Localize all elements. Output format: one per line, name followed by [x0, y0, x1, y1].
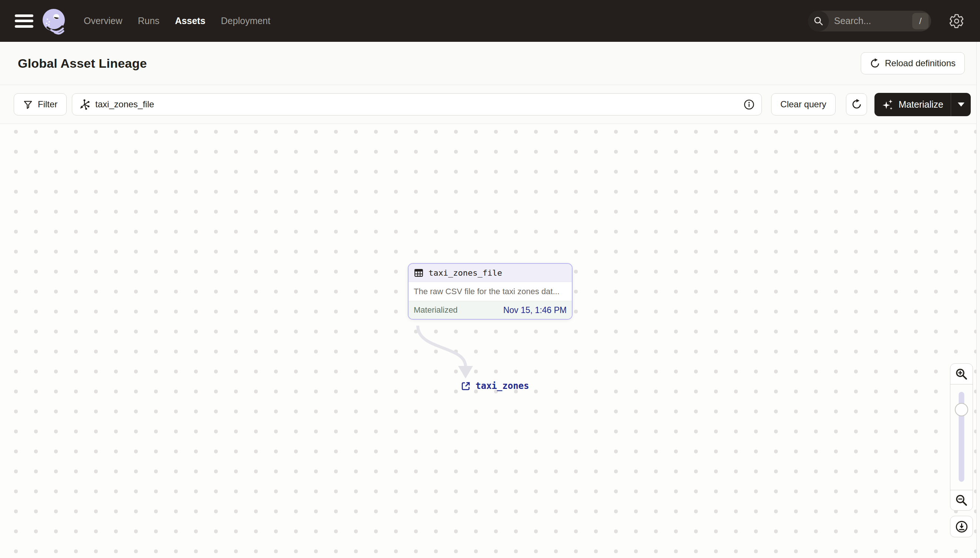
- lineage-canvas[interactable]: taxi_zones_file The raw CSV file for the…: [0, 123, 980, 558]
- downstream-asset-label: taxi_zones: [476, 381, 529, 391]
- asset-node-taxi-zones-file[interactable]: taxi_zones_file The raw CSV file for the…: [408, 263, 573, 320]
- asset-graph-icon: [79, 99, 90, 110]
- caret-down-icon: [958, 102, 964, 107]
- page-title: Global Asset Lineage: [18, 56, 147, 71]
- materialization-timestamp[interactable]: Nov 15, 1:46 PM: [503, 305, 567, 315]
- asset-node-description: The raw CSV file for the taxi zones dat.…: [408, 282, 572, 301]
- asset-selection-input-wrap: [72, 93, 762, 115]
- nav-item-deployment[interactable]: Deployment: [221, 16, 270, 26]
- materialize-split-button: Materialize: [875, 93, 971, 116]
- asset-node-status-row: Materialized Nov 15, 1:46 PM: [408, 301, 572, 319]
- zoom-controls: [950, 363, 973, 537]
- filter-button[interactable]: Filter: [14, 93, 67, 115]
- nav-item-overview[interactable]: Overview: [84, 16, 122, 26]
- search-input[interactable]: [829, 16, 912, 26]
- reload-definitions-button[interactable]: Reload definitions: [861, 52, 965, 74]
- clear-query-button[interactable]: Clear query: [771, 93, 835, 115]
- page-header: Global Asset Lineage Reload definitions: [0, 42, 980, 85]
- query-info-icon[interactable]: [743, 99, 755, 110]
- scrollbar[interactable]: [976, 42, 980, 558]
- clear-query-label: Clear query: [781, 99, 826, 110]
- materialize-label: Materialize: [899, 99, 943, 110]
- search-shortcut-badge: /: [912, 13, 929, 29]
- lineage-edge: [0, 124, 980, 558]
- materialize-button[interactable]: Materialize: [875, 93, 951, 116]
- refresh-button[interactable]: [846, 93, 867, 115]
- reload-definitions-label: Reload definitions: [885, 58, 955, 69]
- primary-nav: Overview Runs Assets Deployment: [84, 16, 270, 26]
- filter-icon: [23, 100, 33, 110]
- asset-selection-input[interactable]: [90, 99, 743, 110]
- asset-node-header: taxi_zones_file: [408, 264, 572, 282]
- reload-icon: [870, 59, 880, 69]
- search-icon: [808, 11, 829, 31]
- sparkles-icon: [883, 99, 894, 110]
- zoom-out-icon: [955, 494, 968, 507]
- recenter-icon: [955, 520, 968, 533]
- zoom-out-button[interactable]: [950, 489, 973, 510]
- hamburger-icon[interactable]: [15, 15, 33, 28]
- nav-item-runs[interactable]: Runs: [138, 16, 159, 26]
- zoom-in-icon: [955, 368, 968, 381]
- downstream-asset-taxi-zones[interactable]: taxi_zones: [461, 381, 529, 391]
- zoom-slider-handle[interactable]: [955, 403, 968, 416]
- lineage-toolbar: Filter Clear query: [0, 85, 980, 123]
- zoom-in-button[interactable]: [950, 363, 973, 384]
- recenter-button[interactable]: [950, 516, 973, 537]
- refresh-icon: [852, 99, 862, 110]
- zoom-slider: [950, 384, 973, 490]
- asset-node-name: taxi_zones_file: [428, 268, 502, 277]
- filter-button-label: Filter: [38, 99, 58, 110]
- external-link-icon: [461, 381, 471, 391]
- top-nav: Overview Runs Assets Deployment /: [0, 0, 980, 42]
- global-search[interactable]: /: [808, 11, 931, 31]
- table-icon: [414, 268, 424, 278]
- materialize-dropdown-button[interactable]: [951, 93, 971, 116]
- nav-item-assets[interactable]: Assets: [175, 16, 206, 26]
- gear-icon[interactable]: [948, 13, 965, 30]
- status-badge: Materialized: [414, 305, 458, 315]
- dagster-logo-icon: [40, 7, 68, 35]
